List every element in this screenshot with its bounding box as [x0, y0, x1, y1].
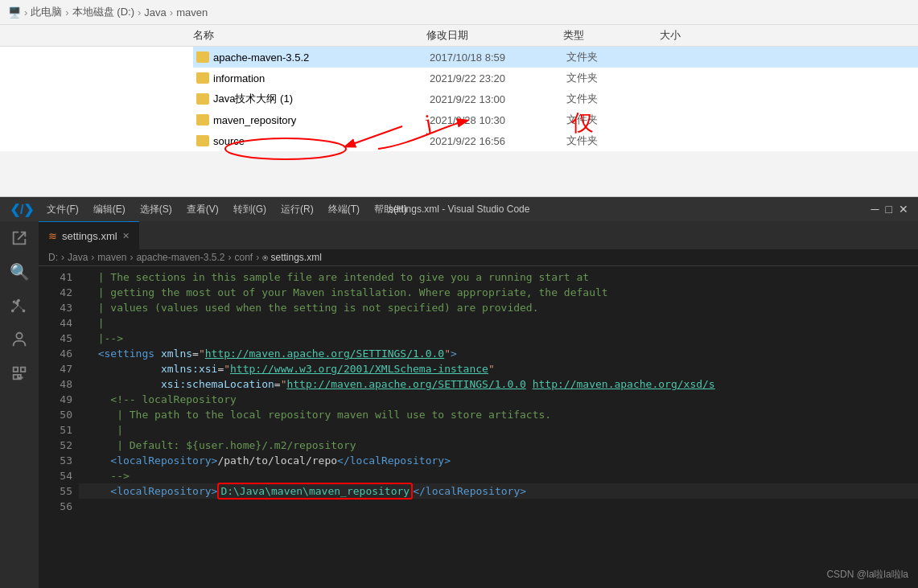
code-area: 41 42 43 44 45 46 47 48 49 50 51 52 53 5…	[39, 266, 918, 588]
file-name-text: source	[213, 135, 245, 147]
table-row[interactable]: Java技术大纲 (1) 2021/9/22 13:00 文件夹	[193, 88, 918, 109]
line-num-56: 56	[39, 499, 72, 514]
editor-breadcrumb: D: › Java › maven › apache-maven-3.5.2 ›…	[39, 249, 918, 266]
line-num-48: 48	[39, 376, 72, 392]
table-row[interactable]: maven_repository 2021/9/28 10:30 文件夹	[193, 109, 918, 130]
activity-bar: 🔍	[0, 221, 39, 588]
menu-terminal[interactable]: 终端(T)	[322, 201, 366, 218]
file-type: 文件夹	[566, 71, 663, 85]
code-line-52: | Default: ${user.home}/.m2/repository	[79, 438, 918, 453]
window-title: settings.xml - Visual Studio Code	[389, 204, 530, 215]
folder-icon	[196, 93, 209, 105]
table-row[interactable]: apache-maven-3.5.2 2017/10/18 8:59 文件夹	[193, 47, 918, 68]
minimize-button[interactable]: ─	[871, 203, 879, 216]
breadcrumb[interactable]: 🖥️ › 此电脑 › 本地磁盘 (D:) › Java › maven	[0, 0, 918, 25]
close-button[interactable]: ✕	[899, 203, 908, 216]
file-name-text: information	[213, 72, 265, 84]
folder-icon	[196, 114, 209, 125]
col-name-header[interactable]: 名称	[193, 28, 426, 43]
file-type: 文件夹	[566, 113, 663, 127]
line-num-54: 54	[39, 468, 72, 483]
activity-source-control[interactable]	[6, 292, 33, 319]
line-num-52: 52	[39, 438, 72, 453]
code-line-45: |-->	[79, 331, 918, 346]
code-line-54: -->	[79, 468, 918, 483]
line-num-47: 47	[39, 361, 72, 376]
table-row[interactable]: source 2021/9/22 16:56 文件夹	[193, 130, 918, 151]
line-num-41: 41	[39, 269, 72, 285]
code-line-51: |	[79, 422, 918, 438]
file-name-text: Java技术大纲 (1)	[213, 92, 293, 106]
code-line-43: | values (values used when the setting i…	[79, 300, 918, 315]
file-date: 2021/9/22 16:56	[430, 135, 566, 147]
col-type-header[interactable]: 类型	[563, 28, 660, 43]
menu-view[interactable]: 查看(V)	[180, 201, 225, 218]
line-numbers: 41 42 43 44 45 46 47 48 49 50 51 52 53 5…	[39, 266, 79, 588]
line-num-42: 42	[39, 285, 72, 300]
bc-file: ⍟ settings.xml	[262, 252, 322, 263]
file-name-text: maven_repository	[213, 114, 296, 126]
file-type: 文件夹	[566, 92, 663, 106]
line-num-53: 53	[39, 453, 72, 468]
line-num-46: 46	[39, 346, 72, 361]
tab-close-button[interactable]: ✕	[122, 231, 130, 241]
maximize-button[interactable]: □	[886, 203, 892, 216]
editor-area: ≋ settings.xml ✕ D: › Java › maven › apa…	[39, 221, 918, 588]
line-num-55: 55	[39, 483, 72, 499]
breadcrumb-drive[interactable]: 本地磁盘 (D:)	[72, 5, 134, 19]
col-size-header[interactable]: 大小	[660, 28, 724, 43]
code-line-42: | getting the most out of your Maven ins…	[79, 285, 918, 300]
menu-goto[interactable]: 转到(G)	[227, 201, 273, 218]
line-num-45: 45	[39, 331, 72, 346]
bc-maven: maven	[97, 252, 126, 263]
xml-file-icon: ≋	[48, 230, 57, 242]
menu-edit[interactable]: 编辑(E)	[87, 201, 132, 218]
file-list: apache-maven-3.5.2 2017/10/18 8:59 文件夹 i…	[0, 47, 918, 151]
code-line-46: <settings xmlns="http://maven.apache.org…	[79, 346, 918, 361]
csdn-watermark: CSDN @la啦la啦la	[826, 568, 908, 582]
titlebar: ❮/❯ 文件(F) 编辑(E) 选择(S) 查看(V) 转到(G) 运行(R) …	[0, 197, 918, 221]
folder-icon	[196, 135, 209, 146]
file-date: 2017/10/18 8:59	[430, 51, 566, 64]
menu-run[interactable]: 运行(R)	[274, 201, 320, 218]
activity-debug[interactable]	[6, 326, 33, 353]
folder-icon	[196, 51, 209, 63]
code-line-48: xsi:schemaLocation="http://maven.apache.…	[79, 376, 918, 392]
file-date: 2021/9/28 10:30	[430, 114, 566, 126]
activity-extensions[interactable]	[6, 360, 33, 387]
col-date-header[interactable]: 修改日期	[426, 28, 563, 43]
breadcrumb-java[interactable]: Java	[144, 6, 166, 19]
bc-d: D:	[48, 252, 58, 263]
menu-bar: 文件(F) 编辑(E) 选择(S) 查看(V) 转到(G) 运行(R) 终端(T…	[40, 201, 413, 218]
code-line-49: <!-- localRepository	[79, 392, 918, 407]
file-type: 文件夹	[566, 134, 663, 148]
folder-icon	[196, 72, 209, 84]
line-num-51: 51	[39, 422, 72, 438]
menu-select[interactable]: 选择(S)	[134, 201, 179, 218]
file-date: 2021/9/22 23:20	[430, 72, 566, 84]
code-line-41: | The sections in this sample file are i…	[79, 269, 918, 285]
line-num-44: 44	[39, 315, 72, 331]
code-line-50: | The path to the local repository maven…	[79, 407, 918, 422]
menu-file[interactable]: 文件(F)	[40, 201, 84, 218]
breadcrumb-maven[interactable]: maven	[176, 6, 208, 19]
column-headers: 名称 修改日期 类型 大小	[0, 25, 918, 47]
file-type: 文件夹	[566, 50, 663, 64]
tab-bar: ≋ settings.xml ✕	[39, 221, 918, 249]
tab-settings-xml[interactable]: ≋ settings.xml ✕	[39, 221, 139, 249]
file-name-text: apache-maven-3.5.2	[213, 51, 309, 64]
file-date: 2021/9/22 13:00	[430, 93, 566, 105]
line-num-49: 49	[39, 392, 72, 407]
code-line-53: <localRepository>/path/to/local/repo</lo…	[79, 453, 918, 468]
table-row[interactable]: information 2021/9/22 23:20 文件夹	[193, 68, 918, 88]
vscode-logo: ❮/❯	[10, 202, 34, 217]
bc-apache: apache-maven-3.5.2	[136, 252, 224, 263]
bc-java: Java	[68, 252, 88, 263]
breadcrumb-pc[interactable]: 此电脑	[31, 5, 62, 19]
code-content[interactable]: | The sections in this sample file are i…	[79, 266, 918, 588]
tab-label: settings.xml	[62, 230, 117, 242]
activity-explorer[interactable]	[6, 224, 33, 252]
activity-search[interactable]: 🔍	[6, 258, 33, 286]
line-num-50: 50	[39, 407, 72, 422]
code-line-44: |	[79, 315, 918, 331]
